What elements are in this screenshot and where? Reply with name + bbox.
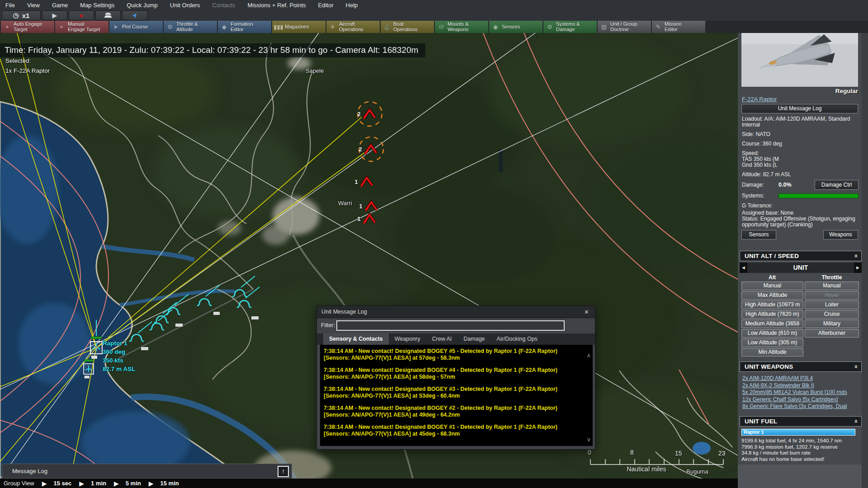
fuel-selected-unit[interactable]: Raptor 1 — [741, 429, 855, 436]
expand-message-log-button[interactable]: ↑ — [278, 466, 289, 477]
dialog-tab[interactable]: Air/Docking Ops — [491, 333, 543, 345]
speed-gnd: Gnd 350 kts (L — [742, 162, 778, 168]
time-step-option[interactable]: 5 min — [126, 480, 141, 487]
throttle-preset-button[interactable]: Afterburner — [805, 329, 859, 338]
menu-item[interactable]: Editor — [318, 2, 334, 9]
damage-ctrl-button[interactable]: Damage Ctrl — [815, 180, 859, 190]
altitude-preset-button[interactable]: Medium Altitude (3658 — [741, 319, 803, 328]
altitude-preset-button[interactable]: Min Altitude — [741, 348, 803, 357]
map-layers-button[interactable] — [95, 10, 121, 20]
group-view-label[interactable]: Group View — [4, 480, 34, 487]
toolbar-button[interactable]: ✈ Aircraft Operations — [326, 21, 380, 33]
weapon-link[interactable]: 2x AIM-9X-2 Sidewinder Blk II — [742, 382, 847, 389]
sensors-button[interactable]: Sensors — [741, 230, 776, 239]
toolbar-button[interactable]: ⚙ Systems & Damage — [543, 21, 597, 33]
menu-item[interactable]: View — [27, 2, 40, 9]
g-tolerance-label: G Tolerance: — [742, 202, 773, 209]
play-button[interactable]: ▶ — [42, 10, 67, 20]
log-message-line1: 7:38:14 AM - New contact! Designated BOG… — [324, 424, 582, 431]
toolbar-button[interactable]: ◉ Sensors — [489, 21, 542, 33]
filter-input[interactable] — [336, 320, 565, 331]
toolbar-button[interactable]: ⚓ Boat Operations — [381, 21, 434, 33]
altitude-preset-button[interactable]: Low Altitude (610 m) — [741, 329, 803, 338]
menu-item[interactable]: Game — [52, 2, 68, 9]
assigned-base-text: Assigned base: None — [742, 210, 793, 216]
message-log-bar[interactable]: Message Log ↑ — [2, 464, 292, 479]
time-step-option[interactable]: 15 min — [160, 480, 179, 487]
menu-item[interactable]: Map Settings — [80, 2, 114, 9]
toolbar-button[interactable]: ⌖ Auto Engage Target — [1, 21, 54, 33]
toolbar-button-icon: ⚓ — [381, 23, 393, 30]
menu-item[interactable]: Contacts — [212, 2, 235, 9]
close-icon[interactable]: ✕ — [583, 309, 590, 315]
toolbar-button-label-line1: Aircraft — [339, 22, 363, 27]
dialog-tab[interactable]: Weaponry — [389, 333, 426, 345]
toolbar-button-label-line1: Unit / Group — [610, 22, 637, 27]
collapse-icon[interactable]: » — [853, 420, 859, 423]
toolbar-button[interactable]: ◆ Formation Editor — [218, 21, 271, 33]
sidebar-scrollbar[interactable]: ▲ ▼ — [862, 0, 868, 488]
time-step-option[interactable]: 15 sec — [53, 480, 71, 487]
log-message-line1: 7:38:14 AM - New contact! Designated BOG… — [324, 367, 582, 374]
throttle-preset-button[interactable]: Hover — [805, 291, 859, 300]
next-unit-arrow[interactable]: ► — [854, 263, 862, 273]
menu-item[interactable]: Unit Orders — [170, 2, 200, 9]
weapon-link[interactable]: 5x 20mm/85 M61A2 Vulcan Burst [100 rnds — [742, 389, 847, 396]
dialog-titlebar[interactable]: Unit Message Log ✕ — [317, 306, 595, 318]
menu-item[interactable]: File — [5, 2, 15, 9]
altitude-preset-button[interactable]: Max Altitude — [741, 291, 803, 300]
toolbar-button[interactable]: ➤ Plot Course — [109, 21, 163, 33]
prev-unit-arrow[interactable]: ◄ — [740, 263, 747, 273]
unit-type-link[interactable]: F-22A Raptor — [742, 96, 777, 103]
toolbar-button-label-line2: Altitude — [176, 27, 198, 33]
menu-item[interactable]: Quick Jump — [127, 2, 158, 9]
toolbar-button[interactable]: ▤ Unit / Group Doctrine — [598, 21, 651, 33]
dialog-tab[interactable]: Crew AI — [426, 333, 458, 345]
weapon-link[interactable]: 8x Generic Flare Salvo [3x Cartridges, D… — [742, 403, 847, 410]
toolbar-button[interactable]: /// Mounts & Weapons — [435, 21, 488, 33]
throttle-preset-button[interactable]: Cruise — [805, 310, 859, 319]
toolbar-button[interactable]: ⚙ Throttle & Altitude — [164, 21, 217, 33]
altitude-preset-button[interactable]: High Altitude (10973 m — [741, 300, 803, 309]
time-compression-button[interactable]: ◷ x1 — [2, 10, 41, 20]
log-message-line1: 7:38:14 AM - New contact! Designated BOG… — [324, 405, 582, 412]
dialog-tab[interactable]: Damage — [458, 333, 491, 345]
log-message-line2: [Sensors: AN/APG-77(V)1 AESA] at 49deg -… — [324, 412, 582, 418]
throttle-preset-button[interactable]: Loiter — [805, 300, 859, 309]
collapse-icon[interactable]: » — [853, 254, 859, 258]
unit-message-log-button[interactable]: Unit Message Log — [741, 104, 858, 113]
scroll-up-icon[interactable]: ∧ — [586, 353, 591, 358]
altitude-preset-button[interactable]: Manual — [741, 282, 803, 290]
altitude-preset-button[interactable]: High Altitude (7620 m) — [741, 310, 803, 319]
time-step-option[interactable]: 1 min — [91, 480, 106, 487]
unit-weapons-header[interactable]: UNIT WEAPONS » — [740, 361, 862, 372]
hostile-contact[interactable]: 2 — [357, 108, 377, 120]
unit-fuel-header[interactable]: UNIT FUEL » — [740, 416, 862, 427]
throttle-preset-button[interactable]: Manual — [805, 282, 859, 290]
record-icon: ● — [80, 12, 83, 19]
weapon-link[interactable]: 12x Generic Chaff Salvo [5x Cartridges] — [742, 396, 847, 404]
menu-item[interactable]: Missions + Ref. Points — [248, 2, 306, 9]
weapon-link[interactable]: 2x AIM-120D AMRAAM P3I.4 — [742, 375, 847, 382]
scroll-down-icon[interactable]: ∨ — [586, 437, 591, 442]
toolbar-button[interactable]: ✎ Mission Editor — [652, 21, 705, 33]
log-message-line2: [Sensors: AN/APG-77(V)1 AESA] at 53deg -… — [324, 393, 582, 399]
jump-button[interactable]: ➤ — [122, 10, 147, 20]
record-button[interactable]: ● — [69, 10, 94, 20]
hostile-contact[interactable]: 1 — [357, 213, 377, 225]
unit-alt-speed-header[interactable]: UNIT ALT / SPEED » — [740, 251, 862, 261]
toolbar-button[interactable]: ⌖ Manual Engage Target — [55, 21, 108, 33]
menu-item[interactable]: Help — [346, 2, 358, 9]
dialog-tab[interactable]: Sensory & Contacts — [323, 333, 389, 345]
hostile-contact[interactable]: 2 — [359, 143, 378, 155]
contact-count-label: 2 — [359, 146, 362, 153]
altitude-preset-button[interactable]: Low Altitude (305 m) — [741, 338, 803, 347]
weapons-button[interactable]: Weapons — [823, 230, 858, 239]
toolbar-button-icon: ◆ — [218, 23, 231, 30]
log-message: 7:38:14 AM - New contact! Designated BOG… — [324, 424, 582, 437]
collapse-icon[interactable]: » — [853, 365, 859, 369]
throttle-preset-button[interactable]: Military — [805, 319, 859, 328]
hostile-contact[interactable]: 1 — [359, 200, 378, 212]
hostile-contact[interactable]: 1 — [354, 176, 374, 188]
toolbar-button[interactable]: ▮▮▮ Magazines — [272, 21, 326, 33]
